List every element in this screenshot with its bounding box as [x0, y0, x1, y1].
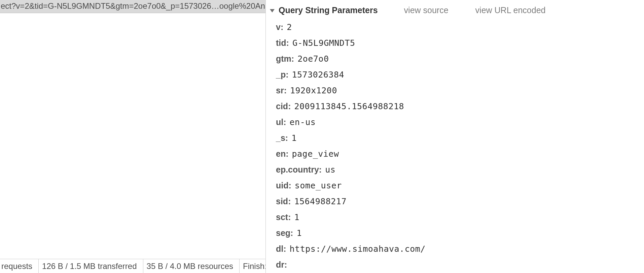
- param-key: sr: [276, 85, 287, 96]
- param-row: v2: [276, 19, 641, 35]
- param-key: tid: [276, 37, 289, 49]
- param-value: some_user: [295, 180, 342, 191]
- param-key: ep.country: [276, 164, 322, 176]
- param-row: sct1: [276, 209, 641, 225]
- param-value: 2: [287, 21, 292, 33]
- param-value: 1: [294, 211, 299, 223]
- param-value: 1920x1200: [290, 85, 337, 96]
- param-key: uid: [276, 180, 291, 191]
- status-transferred: 126 B / 1.5 MB transferred: [39, 259, 143, 273]
- param-row: ulen-us: [276, 114, 641, 130]
- param-key: sct: [276, 211, 291, 223]
- view-source-link[interactable]: view source: [404, 5, 449, 15]
- param-row: dlhttps://www.simoahava.com/: [276, 241, 641, 257]
- param-key: dr: [276, 259, 287, 271]
- param-value: 1564988217: [294, 195, 347, 207]
- param-key: en: [276, 148, 289, 160]
- chevron-down-icon[interactable]: [270, 9, 275, 12]
- param-value: 1: [291, 132, 297, 144]
- section-links: view source view URL encoded: [404, 5, 546, 15]
- network-requests-panel: ect?v=2&tid=G-N5L9GMNDT5&gtm=2oe7o0&_p=1…: [0, 0, 266, 273]
- param-row: sr1920x1200: [276, 83, 641, 98]
- param-value: 2009113845.1564988218: [294, 100, 404, 112]
- status-resources: 35 B / 4.0 MB resources: [143, 259, 240, 273]
- network-request-row[interactable]: ect?v=2&tid=G-N5L9GMNDT5&gtm=2oe7o0&_p=1…: [0, 0, 265, 13]
- param-value: 2oe7o0: [297, 53, 329, 65]
- param-row: uidsome_user: [276, 178, 641, 193]
- status-finish: Finish: 5.63 s: [240, 259, 265, 273]
- headers-panel: Query String Parameters view source view…: [266, 0, 644, 273]
- view-url-encoded-link[interactable]: view URL encoded: [475, 5, 546, 15]
- network-requests-body: [0, 13, 265, 259]
- status-requests: requests: [0, 259, 39, 273]
- param-row: _s1: [276, 130, 641, 146]
- network-status-bar: requests 126 B / 1.5 MB transferred 35 B…: [0, 259, 265, 273]
- param-row: tidG-N5L9GMNDT5: [276, 35, 641, 51]
- param-key: sid: [276, 195, 291, 207]
- param-value: us: [325, 164, 335, 176]
- param-key: v: [276, 21, 283, 33]
- param-key: _s: [276, 132, 288, 144]
- param-value: G-N5L9GMNDT5: [292, 37, 355, 49]
- param-key: gtm: [276, 53, 294, 65]
- param-value: 1: [296, 227, 302, 239]
- param-value: en-us: [290, 116, 316, 128]
- param-key: cid: [276, 100, 291, 112]
- param-row: enpage_view: [276, 146, 641, 162]
- param-row: sid1564988217: [276, 193, 641, 209]
- param-row: gtm2oe7o0: [276, 51, 641, 67]
- param-key: ul: [276, 116, 286, 128]
- param-key: dl: [276, 243, 286, 255]
- param-value: page_view: [292, 148, 339, 160]
- section-header: Query String Parameters view source view…: [266, 0, 644, 18]
- param-value: 1573026384: [292, 69, 345, 81]
- param-row: ep.countryus: [276, 162, 641, 178]
- param-key: _p: [276, 69, 289, 81]
- query-params-list: v2tidG-N5L9GMNDT5gtm2oe7o0_p1573026384sr…: [266, 18, 644, 273]
- param-row: dr: [276, 257, 641, 273]
- app-root: ect?v=2&tid=G-N5L9GMNDT5&gtm=2oe7o0&_p=1…: [0, 0, 644, 273]
- param-value: https://www.simoahava.com/: [290, 243, 426, 255]
- param-row: seg1: [276, 225, 641, 241]
- param-row: cid2009113845.1564988218: [276, 98, 641, 114]
- param-row: _p1573026384: [276, 67, 641, 83]
- param-key: seg: [276, 227, 293, 239]
- section-title[interactable]: Query String Parameters: [279, 5, 378, 15]
